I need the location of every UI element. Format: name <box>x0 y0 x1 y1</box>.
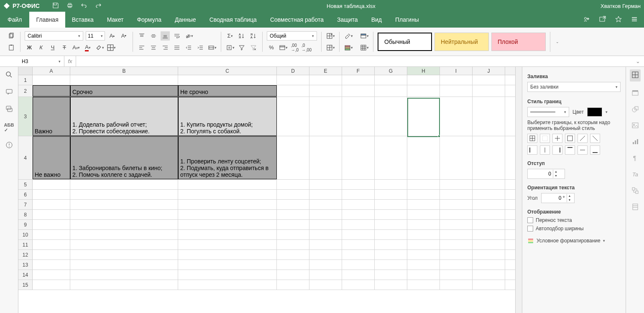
cell-E6[interactable] <box>309 190 342 199</box>
col-header-E[interactable]: E <box>309 67 342 75</box>
halign-right-icon[interactable] <box>161 43 170 52</box>
cell-E7[interactable] <box>309 200 342 209</box>
font-select[interactable]: Calibri▾ <box>25 31 83 41</box>
angle-down[interactable]: ▼ <box>567 198 572 202</box>
cell-C3[interactable]: 1. Купить продукты домой; 2. Погулять с … <box>178 97 277 136</box>
font-color-icon[interactable]: A▾ <box>83 43 92 52</box>
cell-G8[interactable] <box>375 210 407 219</box>
cell-F7[interactable] <box>342 200 375 209</box>
cell-B10[interactable] <box>70 230 178 239</box>
cell-D2[interactable] <box>277 85 309 97</box>
indent-up[interactable]: ▲ <box>553 170 559 174</box>
cell-I13[interactable] <box>440 260 473 270</box>
pivot-settings-icon[interactable] <box>631 187 639 196</box>
cell-C12[interactable] <box>178 250 277 260</box>
menu-formula[interactable]: Формула <box>130 12 168 28</box>
number-format-select[interactable]: Общий▾ <box>267 31 317 41</box>
fill-color-icon[interactable]: ▾ <box>95 43 104 52</box>
cell-C8[interactable] <box>178 210 277 219</box>
cell-I14[interactable] <box>440 270 473 280</box>
format-table-icon[interactable]: ▾ <box>360 31 369 41</box>
textart-settings-icon[interactable]: Ta <box>631 170 639 179</box>
cell-I7[interactable] <box>440 200 473 209</box>
menu-insert[interactable]: Вставка <box>65 12 100 28</box>
cell-H2[interactable] <box>407 85 440 97</box>
cell-E8[interactable] <box>309 210 342 219</box>
cell-F13[interactable] <box>342 260 375 270</box>
col-header-I[interactable]: I <box>440 67 473 75</box>
angle-up[interactable]: ▲ <box>567 194 572 198</box>
cell-I15[interactable] <box>440 280 473 290</box>
grid-body[interactable]: 12СрочноНе срочно3Важно1. Доделать рабоч… <box>18 75 515 313</box>
cell-D4[interactable] <box>277 136 309 179</box>
cell-G9[interactable] <box>375 220 407 229</box>
cell-G3[interactable] <box>375 97 407 136</box>
cell-G10[interactable] <box>375 230 407 239</box>
cell-F2[interactable] <box>342 85 375 97</box>
select-all-corner[interactable] <box>18 67 33 75</box>
cell-B1[interactable] <box>70 75 178 85</box>
cell-F1[interactable] <box>342 75 375 85</box>
cell-D5[interactable] <box>277 180 309 189</box>
cell-B12[interactable] <box>70 250 178 260</box>
cell-B9[interactable] <box>70 220 178 229</box>
chart-settings-icon[interactable] <box>631 138 639 147</box>
cell-H14[interactable] <box>407 270 440 280</box>
fx-icon[interactable]: fx <box>64 56 76 66</box>
save-icon[interactable] <box>52 2 59 10</box>
angle-spinner[interactable]: ▲▼ <box>541 193 575 203</box>
cell-A7[interactable] <box>33 200 70 209</box>
col-header-D[interactable]: D <box>277 67 309 75</box>
cell-F15[interactable] <box>342 280 375 290</box>
cell-A11[interactable] <box>33 240 70 249</box>
cell-E13[interactable] <box>309 260 342 270</box>
cell-B6[interactable] <box>70 190 178 199</box>
row-header-15[interactable]: 15 <box>18 280 33 290</box>
cell-F11[interactable] <box>342 240 375 249</box>
open-location-icon[interactable] <box>599 15 606 24</box>
row-header-3[interactable]: 3 <box>18 97 33 136</box>
menu-plugins[interactable]: Плагины <box>388 12 426 28</box>
row-header-11[interactable]: 11 <box>18 240 33 249</box>
redo-icon[interactable] <box>95 2 102 10</box>
cell-C5[interactable] <box>178 180 277 189</box>
cell-H6[interactable] <box>407 190 440 199</box>
cell-J12[interactable] <box>473 250 505 260</box>
cell-J10[interactable] <box>473 230 505 239</box>
clear-filter-icon[interactable] <box>249 43 258 52</box>
cell-D8[interactable] <box>277 210 309 219</box>
cell-D15[interactable] <box>277 280 309 290</box>
cell-A4[interactable]: Не важно <box>33 136 70 179</box>
border-color-swatch[interactable] <box>587 107 602 117</box>
cell-settings-icon[interactable] <box>630 69 641 81</box>
wrap-icon[interactable] <box>172 31 181 41</box>
menu-pivot[interactable]: Сводная таблица <box>203 12 263 28</box>
cell-G1[interactable] <box>375 75 407 85</box>
print-icon[interactable] <box>66 2 73 10</box>
user-name[interactable]: Хватков Герман <box>601 3 641 9</box>
borders-icon[interactable]: ▾ <box>107 43 116 52</box>
border-bottom-icon[interactable] <box>590 145 600 155</box>
cell-B5[interactable] <box>70 180 178 189</box>
cell-H4[interactable] <box>407 136 440 179</box>
cell-B11[interactable] <box>70 240 178 249</box>
dec-dec-icon[interactable]: ,00→,0 <box>290 43 299 52</box>
cell-H8[interactable] <box>407 210 440 219</box>
spellcheck-icon[interactable]: АБВ✓ <box>4 122 14 133</box>
image-settings-icon[interactable] <box>631 122 639 130</box>
rotate-icon[interactable]: ab▾ <box>184 31 193 41</box>
halign-left-icon[interactable] <box>137 43 146 52</box>
cell-A15[interactable] <box>33 280 70 290</box>
shape-settings-icon[interactable] <box>631 105 639 114</box>
font-shrink-icon[interactable]: A▾ <box>119 31 128 41</box>
wrap-checkbox[interactable]: Перенос текста <box>527 217 621 223</box>
cell-C7[interactable] <box>178 200 277 209</box>
style-normal[interactable]: Обычный <box>378 33 432 51</box>
cond-format-link[interactable]: Условное форматирование ▾ <box>527 237 621 244</box>
cell-H13[interactable] <box>407 260 440 270</box>
text-settings-icon[interactable]: ¶ <box>631 154 639 163</box>
cell-A13[interactable] <box>33 260 70 270</box>
cell-F8[interactable] <box>342 210 375 219</box>
cell-J4[interactable] <box>473 136 505 179</box>
indent-input[interactable] <box>528 171 553 177</box>
